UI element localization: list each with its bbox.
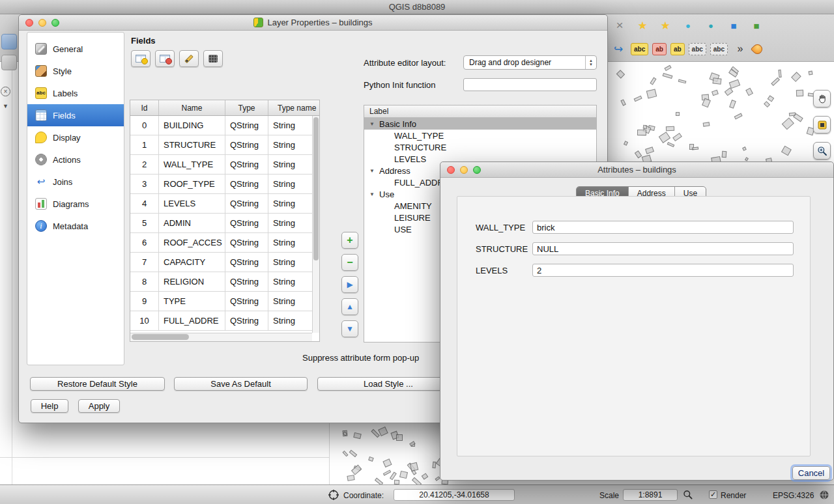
label-ab-red-icon[interactable]: ab [652,43,667,55]
redo-icon[interactable]: ↩ [610,40,627,57]
tree-item[interactable]: ▼ Basic Info [364,118,596,130]
close-window-icon[interactable] [447,166,455,174]
layer-properties-titlebar[interactable]: Layer Properties – buildings [19,15,607,31]
new-bookmark-icon[interactable]: ★ [634,17,651,34]
add-tab-button[interactable]: + [341,232,358,249]
sidebar-item-diagrams[interactable]: Diagrams [27,193,124,215]
restore-default-style-button[interactable]: Restore Default Style [30,377,165,391]
general-tools-icon [35,43,47,55]
cancel-button[interactable]: Cancel [792,466,830,480]
attribute-table-icon[interactable]: ■ [748,17,765,34]
label-abc-yellow-icon[interactable]: abc [631,43,648,55]
tree-item-label: Address [379,166,410,176]
cell-name: BUILDING [159,116,225,135]
toolbar-overflow-icon[interactable]: » [732,40,749,57]
move-up-button[interactable]: ▲ [341,298,358,315]
table-row[interactable]: 7 CAPACITY QString String [130,253,312,272]
column-header-name[interactable]: Name [159,100,225,115]
sidebar-item-actions[interactable]: Actions [27,148,124,171]
close-panel-icon[interactable]: × [1,87,10,96]
disclosure-triangle-icon[interactable]: ▼ [369,191,376,197]
load-style-button[interactable]: Load Style ... [317,377,459,391]
table-row[interactable]: 5 ADMIN QString String [130,214,312,233]
show-bookmarks-icon[interactable]: ★ [657,17,674,34]
cell-type-name: String [268,214,312,232]
measure-area-icon[interactable]: ● [702,17,719,34]
label-abc-outline2-icon[interactable]: abc [710,43,728,55]
scale-input[interactable] [623,489,678,501]
zoom-window-icon[interactable] [473,166,481,174]
sidebar-item-general[interactable]: General [27,38,124,60]
apply-button[interactable]: Apply [78,399,120,413]
table-row[interactable]: 3 ROOF_TYPE QString String [130,175,312,194]
python-init-label: Python Init function [364,80,436,90]
disclosure-triangle-icon[interactable]: ▼ [369,168,376,174]
building-footprint [383,458,393,468]
zoom-window-icon[interactable] [51,19,59,27]
sidebar-item-style[interactable]: Style [27,60,124,82]
label-abc-outline-icon[interactable]: abc [689,43,706,55]
cell-type-name: String [268,194,312,213]
attribute-editor-layout-select[interactable]: Drag and drop designer ▲▼ [463,55,597,70]
minimize-window-icon[interactable] [38,19,46,27]
pan-tool-button[interactable] [813,90,831,107]
scrollbar-thumb[interactable] [132,334,189,340]
sidebar-item-labels[interactable]: Labels [27,82,124,104]
coordinate-input[interactable] [394,489,515,501]
table-row[interactable]: 4 LEVELS QString String [130,194,312,214]
select-rectangle-icon[interactable]: ■ [725,17,742,34]
vertical-scrollbar[interactable] [312,116,319,333]
column-header-id[interactable]: Id [130,100,159,115]
wall-type-input[interactable] [532,221,794,234]
label-ab-yellow-icon[interactable]: ab [670,43,685,55]
field-calculator-button[interactable] [203,50,223,67]
panel-collapse-icon[interactable]: ▼ [3,103,8,109]
coordinate-capture-icon[interactable] [328,489,339,503]
structure-input[interactable] [532,242,794,255]
labels-abc-icon [35,87,47,99]
zoom-extent-button[interactable] [813,116,831,133]
levels-input[interactable] [532,264,794,277]
table-row[interactable]: 9 TYPE QString String [130,292,312,311]
move-down-button[interactable]: ▼ [341,320,358,337]
new-column-button[interactable] [131,50,151,67]
table-row[interactable]: 0 BUILDING QString String [130,116,312,135]
crs-status-icon[interactable] [818,489,830,503]
horizontal-scrollbar[interactable] [130,333,312,341]
clear-map-icon[interactable]: × [611,17,628,34]
sidebar-item-fields[interactable]: Fields [27,104,124,126]
toolbar-icon-partial-blue[interactable] [1,34,17,49]
toolbar-icon-partial-gray[interactable] [1,55,17,70]
table-row[interactable]: 6 ROOF_ACCES QString String [130,233,312,253]
render-checkbox[interactable]: ✓ [709,490,717,499]
save-as-default-button[interactable]: Save As Default [174,377,308,391]
disclosure-triangle-icon[interactable]: ▼ [369,121,376,127]
help-button[interactable]: Help [31,399,68,413]
column-header-type[interactable]: Type [225,100,268,115]
measure-line-icon[interactable]: ● [680,17,697,34]
scale-magnifier-icon[interactable] [683,490,693,503]
column-header-typename[interactable]: Type name [268,100,320,115]
python-init-input[interactable] [463,78,597,91]
toggle-editing-button[interactable] [179,50,199,67]
table-row[interactable]: 8 RELIGION QString String [130,272,312,292]
delete-column-button[interactable] [155,50,175,67]
sidebar-item-joins[interactable]: Joins [27,171,124,193]
sidebar-item-metadata[interactable]: Metadata [27,215,124,237]
scrollbar-thumb[interactable] [313,117,319,260]
move-field-right-button[interactable]: ▶ [341,276,358,293]
tree-item[interactable]: ▼ STRUCTURE [364,141,596,153]
table-row[interactable]: 2 WALL_TYPE QString String [130,155,312,175]
droplet-icon[interactable] [751,42,764,55]
close-window-icon[interactable] [25,19,33,27]
table-row[interactable]: 10 FULL_ADDRE QString String [130,311,312,331]
attributes-titlebar[interactable]: Attributes – buildings [440,162,833,178]
sidebar-item-display[interactable]: Display [27,126,124,148]
minimize-window-icon[interactable] [460,166,468,174]
table-row[interactable]: 1 STRUCTURE QString String [130,135,312,155]
building-footprint [662,73,672,79]
zoom-in-button[interactable] [813,142,831,160]
cell-name: ROOF_TYPE [159,175,225,193]
remove-tab-button[interactable]: − [341,254,358,271]
tree-item[interactable]: ▼ WALL_TYPE [364,130,596,141]
